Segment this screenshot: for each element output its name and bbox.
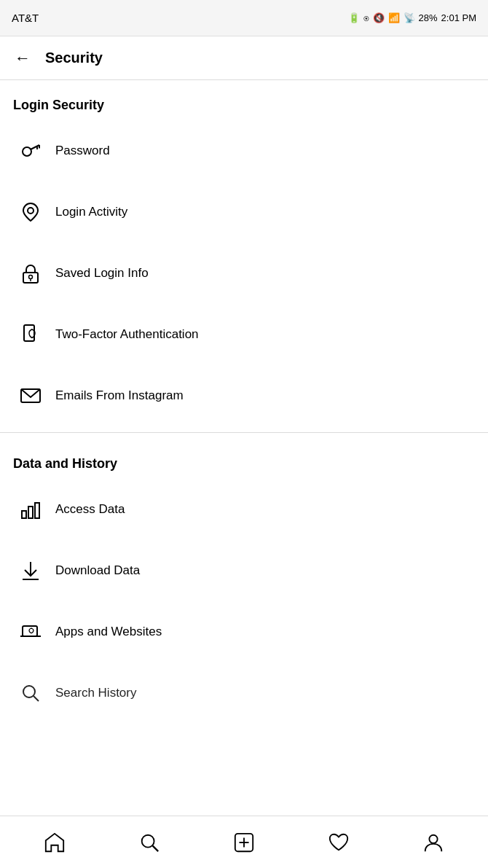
- menu-item-apps-and-websites[interactable]: Apps and Websites: [0, 601, 488, 662]
- section-divider: [0, 432, 488, 433]
- nav-profile[interactable]: [412, 824, 455, 861]
- svg-point-0: [23, 147, 31, 156]
- profile-icon: [422, 832, 444, 853]
- time-label: 2:01 PM: [441, 12, 476, 23]
- svg-rect-15: [23, 626, 37, 636]
- carrier-label: AT&T: [12, 12, 39, 24]
- svg-line-20: [153, 845, 159, 851]
- svg-rect-10: [22, 511, 26, 518]
- menu-item-two-factor-auth[interactable]: Two-Factor Authentication: [0, 304, 488, 365]
- menu-item-emails-from-instagram[interactable]: Emails From Instagram: [0, 365, 488, 426]
- menu-item-login-activity[interactable]: Login Activity: [0, 181, 488, 243]
- nav-header: ← Security: [0, 36, 488, 80]
- menu-item-search-history[interactable]: Search History: [0, 662, 488, 724]
- nav-home[interactable]: [33, 824, 76, 861]
- home-icon: [44, 832, 66, 853]
- two-factor-auth-label: Two-Factor Authentication: [55, 327, 199, 342]
- svg-line-1: [31, 145, 39, 149]
- back-button[interactable]: ←: [12, 46, 34, 71]
- search-icon: [138, 832, 160, 853]
- status-icons: 🔋 ⍟ 🔇 📶 📡 28% 2:01 PM: [348, 12, 476, 23]
- menu-item-password[interactable]: Password: [0, 120, 488, 181]
- page-title: Security: [45, 50, 103, 66]
- battery-percent: 28%: [419, 12, 438, 23]
- apps-and-websites-label: Apps and Websites: [55, 625, 162, 639]
- nav-add-post[interactable]: [222, 824, 266, 861]
- login-security-section-header: Login Security: [0, 80, 488, 120]
- svg-rect-12: [35, 503, 39, 518]
- nav-search[interactable]: [127, 824, 171, 861]
- signal-icon: 📡: [404, 12, 415, 23]
- menu-item-saved-login-info[interactable]: Saved Login Info: [0, 243, 488, 304]
- status-bar: AT&T 🔋 ⍟ 🔇 📶 📡 28% 2:01 PM: [0, 0, 488, 36]
- menu-item-access-data[interactable]: Access Data: [0, 479, 488, 540]
- add-post-icon: [233, 832, 255, 853]
- svg-point-6: [29, 275, 33, 279]
- access-data-label: Access Data: [55, 502, 125, 517]
- svg-point-17: [23, 686, 35, 697]
- laptop-icon: [13, 614, 48, 649]
- password-label: Password: [55, 144, 110, 158]
- bar-chart-icon: [13, 492, 48, 527]
- phone-shield-icon: [13, 317, 48, 352]
- bluetooth-icon: ⍟: [363, 12, 369, 23]
- key-icon: [13, 133, 48, 168]
- login-activity-label: Login Activity: [55, 205, 127, 219]
- email-icon: [13, 378, 48, 413]
- data-history-section-header: Data and History: [0, 439, 488, 479]
- saved-login-info-label: Saved Login Info: [55, 266, 149, 281]
- svg-point-24: [429, 834, 437, 842]
- main-content: Login Security Password Login Activity: [0, 80, 488, 782]
- menu-item-download-data[interactable]: Download Data: [0, 540, 488, 601]
- svg-point-19: [142, 834, 154, 847]
- download-icon: [13, 553, 48, 588]
- svg-rect-11: [28, 507, 33, 518]
- mute-icon: 🔇: [373, 12, 385, 23]
- bottom-nav: [0, 816, 488, 868]
- search-history-icon: [13, 676, 48, 711]
- data-history-title: Data and History: [13, 456, 117, 471]
- svg-line-18: [34, 696, 39, 701]
- back-arrow-icon: ←: [15, 49, 31, 68]
- keyhole-icon: [13, 256, 48, 291]
- search-history-label: Search History: [55, 686, 136, 700]
- login-security-title: Login Security: [13, 98, 104, 112]
- heart-icon: [328, 832, 350, 853]
- battery-icon: 🔋: [348, 12, 360, 23]
- emails-from-instagram-label: Emails From Instagram: [55, 388, 184, 403]
- download-data-label: Download Data: [55, 563, 140, 578]
- wifi-icon: 📶: [388, 12, 400, 23]
- location-pin-icon: [13, 195, 48, 230]
- svg-point-4: [28, 208, 34, 214]
- nav-activity[interactable]: [317, 824, 361, 861]
